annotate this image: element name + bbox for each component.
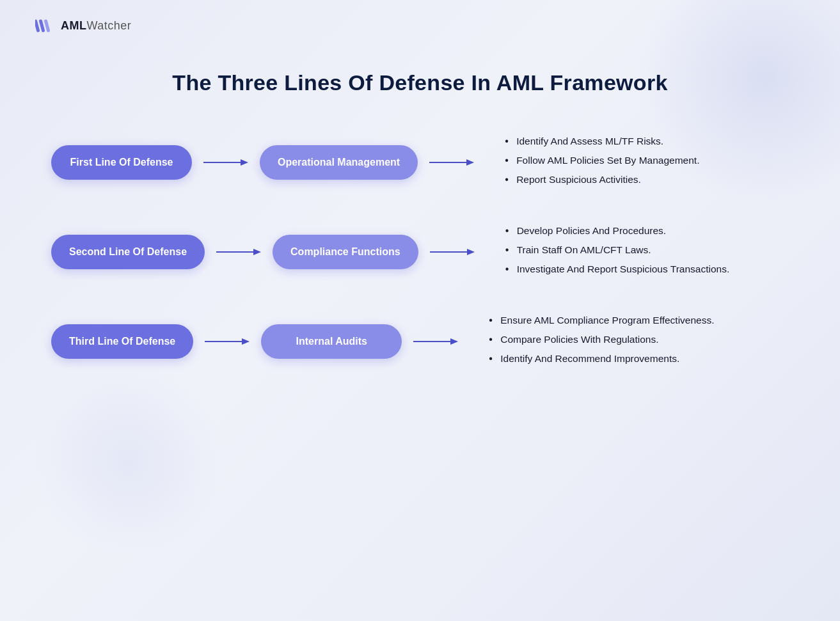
bullet-item: Report Suspicious Activities. xyxy=(505,172,814,187)
third-bullets: Ensure AML Compliance Program Effectiven… xyxy=(489,313,814,370)
first-line-row: First Line Of Defense Operational Manage… xyxy=(26,134,814,191)
first-bullet-list: Identify And Assess ML/TF Risks. Follow … xyxy=(505,134,814,187)
second-defense-pill: Second Line Of Defense xyxy=(51,235,205,269)
third-line-row: Third Line Of Defense Internal Audits En… xyxy=(26,313,814,370)
bullet-item: Follow AML Policies Set By Management. xyxy=(505,153,814,168)
second-bullet-list: Develop Policies And Procedures. Train S… xyxy=(505,223,814,277)
logo-text: AMLWatcher xyxy=(61,19,131,33)
second-line-row: Second Line Of Defense Compliance Functi… xyxy=(26,223,814,281)
first-function-pill: Operational Management xyxy=(260,145,418,180)
logo-icon xyxy=(35,18,56,33)
svg-marker-14 xyxy=(450,338,458,345)
bullet-item: Develop Policies And Procedures. xyxy=(505,223,814,239)
arrow-3b xyxy=(413,335,458,348)
second-function-pill: Compliance Functions xyxy=(273,235,418,269)
page-title: The Three Lines Of Defense In AML Framew… xyxy=(172,70,667,95)
third-defense-pill: Third Line Of Defense xyxy=(51,324,193,359)
svg-marker-8 xyxy=(253,249,261,255)
bullet-item: Train Staff On AML/CFT Laws. xyxy=(505,242,814,258)
third-bullet-list: Ensure AML Compliance Program Effectiven… xyxy=(489,313,814,366)
arrow-3a xyxy=(205,335,250,348)
svg-marker-10 xyxy=(467,249,475,255)
logo: AMLWatcher xyxy=(35,18,131,33)
bullet-item: Identify And Recommend Improvements. xyxy=(489,351,814,366)
arrow-2b xyxy=(430,246,475,258)
bullet-item: Investigate And Report Suspicious Transa… xyxy=(505,262,814,277)
third-function-pill: Internal Audits xyxy=(261,324,402,359)
svg-marker-12 xyxy=(242,338,250,345)
svg-marker-6 xyxy=(466,159,474,166)
first-bullets: Identify And Assess ML/TF Risks. Follow … xyxy=(505,134,814,191)
arrow-1a xyxy=(203,156,248,169)
arrow-2a xyxy=(216,246,261,258)
main-content: The Three Lines Of Defense In AML Framew… xyxy=(0,70,840,370)
first-defense-pill: First Line Of Defense xyxy=(51,145,192,180)
second-bullets: Develop Policies And Procedures. Train S… xyxy=(505,223,814,281)
bullet-item: Ensure AML Compliance Program Effectiven… xyxy=(489,313,814,328)
bullet-item: Compare Policies With Regulations. xyxy=(489,332,814,347)
svg-marker-4 xyxy=(241,159,248,166)
bullet-item: Identify And Assess ML/TF Risks. xyxy=(505,134,814,149)
defense-rows: First Line Of Defense Operational Manage… xyxy=(26,134,814,370)
arrow-1b xyxy=(429,156,474,169)
